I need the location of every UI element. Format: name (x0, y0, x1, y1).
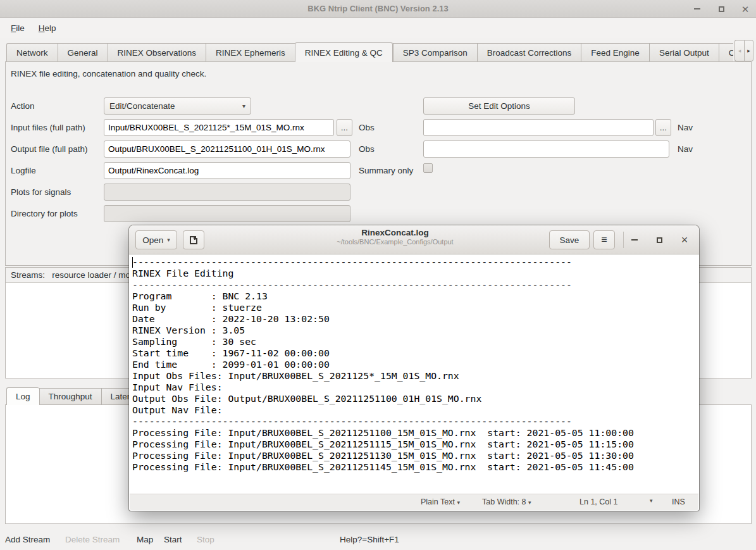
text-caret (132, 257, 133, 268)
tab-scroll-left-button[interactable]: ◂ (734, 40, 744, 61)
input-nav-label: Nav (678, 123, 693, 132)
tab-throughput[interactable]: Throughput (39, 388, 101, 405)
set-edit-options-button[interactable]: Set Edit Options (423, 97, 575, 115)
editor-document-path: ~/tools/BNC/Example_Configs/Output (256, 238, 535, 246)
editor-document-title: RinexConcat.log (256, 228, 535, 237)
editor-text-area[interactable]: ----------------------------------------… (130, 255, 698, 494)
action-label: Action (11, 101, 35, 111)
editor-statusbar: Plain Text ▾ Tab Width: 8 ▾ Ln 1, Col 1 … (130, 494, 698, 510)
tab-bar: Network General RINEX Observations RINEX… (6, 42, 733, 62)
chevron-left-icon: ◂ (738, 47, 741, 54)
delete-stream-button: Delete Stream (65, 535, 120, 544)
maximize-icon (719, 6, 724, 12)
logfile-field[interactable] (104, 162, 350, 179)
minimize-button[interactable] (691, 3, 703, 15)
tab-rinex-ephemeris[interactable]: RINEX Ephemeris (206, 43, 295, 62)
tab-outages[interactable]: Ou (719, 43, 733, 62)
bottom-action-bar: Add Stream Delete Stream Map Start Stop … (0, 531, 756, 550)
doc-type-dropdown[interactable]: Plain Text ▾ (421, 497, 460, 506)
app-titlebar: BKG Ntrip Client (BNC) Version 2.13 ✕ (0, 0, 756, 18)
maximize-icon (657, 237, 662, 243)
close-button[interactable]: ✕ (740, 3, 751, 15)
tab-rinex-editing-qc[interactable]: RINEX Editing & QC (295, 42, 393, 62)
editor-minimize-button[interactable] (629, 234, 640, 246)
logfile-label: Logfile (11, 166, 36, 175)
new-document-icon (189, 235, 199, 245)
panel-description: RINEX file editing, concatenation and qu… (11, 69, 206, 78)
tab-general[interactable]: General (58, 43, 108, 62)
minimize-icon (694, 8, 700, 9)
output-file-field[interactable] (104, 141, 350, 158)
input-files-label: Input files (full path) (11, 123, 85, 132)
minimize-icon (631, 239, 638, 241)
position-dropdown[interactable]: ▾ (650, 497, 653, 504)
input-files-browse-button[interactable]: ... (337, 119, 352, 136)
plots-signals-label: Plots for signals (11, 187, 71, 197)
hamburger-menu-icon: ≡ (601, 234, 607, 246)
menu-help[interactable]: Help (33, 21, 62, 35)
input-obs-label: Obs (359, 123, 375, 132)
menubar: File Help (0, 18, 756, 38)
tab-sp3-comparison[interactable]: SP3 Comparison (393, 43, 477, 62)
chevron-down-icon: ▾ (528, 499, 531, 506)
input-files-field[interactable] (104, 119, 334, 136)
chevron-down-icon: ▾ (650, 497, 653, 504)
close-icon: × (681, 234, 688, 247)
action-select[interactable]: Edit/Concatenate ▾ (104, 97, 251, 115)
editor-text[interactable]: ----------------------------------------… (130, 255, 698, 473)
tab-serial-output[interactable]: Serial Output (649, 43, 719, 62)
editor-headerbar: Open ▾ RinexConcat.log ~/tools/BNC/Examp… (129, 225, 699, 254)
action-value: Edit/Concatenate (109, 101, 175, 111)
chevron-down-icon: ▾ (167, 237, 170, 243)
editor-maximize-button[interactable] (654, 234, 665, 246)
tab-broadcast-corrections[interactable]: Broadcast Corrections (477, 43, 581, 62)
headerbar-separator (623, 232, 624, 248)
open-button[interactable]: Open ▾ (135, 230, 177, 249)
summary-only-label: Summary only (359, 166, 413, 175)
summary-only-checkbox[interactable] (423, 163, 433, 173)
tab-feed-engine[interactable]: Feed Engine (581, 43, 649, 62)
start-button[interactable]: Start (164, 535, 182, 544)
menu-file[interactable]: File (5, 21, 30, 35)
tab-rinex-observations[interactable]: RINEX Observations (108, 43, 206, 62)
app-title: BKG Ntrip Client (BNC) Version 2.13 (0, 0, 756, 18)
tab-network[interactable]: Network (6, 43, 58, 62)
editor-window: Open ▾ RinexConcat.log ~/tools/BNC/Examp… (129, 225, 699, 511)
tab-width-dropdown[interactable]: Tab Width: 8 ▾ (482, 497, 531, 506)
tab-scroll-right-button[interactable]: ▸ (744, 40, 753, 61)
chevron-down-icon: ▾ (242, 103, 245, 109)
input-nav-files-field[interactable] (423, 119, 654, 136)
map-button[interactable]: Map (137, 535, 153, 544)
stop-button: Stop (197, 535, 214, 544)
input-nav-browse-button[interactable]: ... (655, 119, 671, 136)
tab-log[interactable]: Log (6, 387, 39, 405)
chevron-right-icon: ▸ (747, 47, 750, 54)
maximize-button[interactable] (716, 3, 727, 15)
plots-signals-field (104, 184, 350, 201)
plots-directory-field (104, 205, 350, 222)
insert-mode-label: INS (672, 497, 685, 506)
add-stream-button[interactable]: Add Stream (5, 535, 50, 544)
tab-scroll: ◂ ▸ (734, 40, 753, 61)
output-file-label: Output file (full path) (11, 144, 88, 154)
log-tab-bar: Log Throughput Latency (6, 387, 150, 405)
help-shortcut-label: Help?=Shift+F1 (340, 535, 399, 544)
save-button[interactable]: Save (549, 230, 590, 249)
output-nav-label: Nav (678, 144, 693, 154)
chevron-down-icon: ▾ (457, 499, 460, 506)
menu-button[interactable]: ≡ (593, 230, 615, 249)
cursor-position-label: Ln 1, Col 1 (579, 497, 617, 506)
close-icon: ✕ (741, 4, 750, 14)
editor-close-button[interactable]: × (679, 234, 690, 246)
output-obs-label: Obs (359, 144, 375, 154)
plots-directory-label: Directory for plots (11, 209, 78, 218)
output-nav-file-field[interactable] (423, 141, 669, 158)
new-document-button[interactable] (183, 230, 204, 249)
editor-title-block: RinexConcat.log ~/tools/BNC/Example_Conf… (256, 228, 535, 246)
